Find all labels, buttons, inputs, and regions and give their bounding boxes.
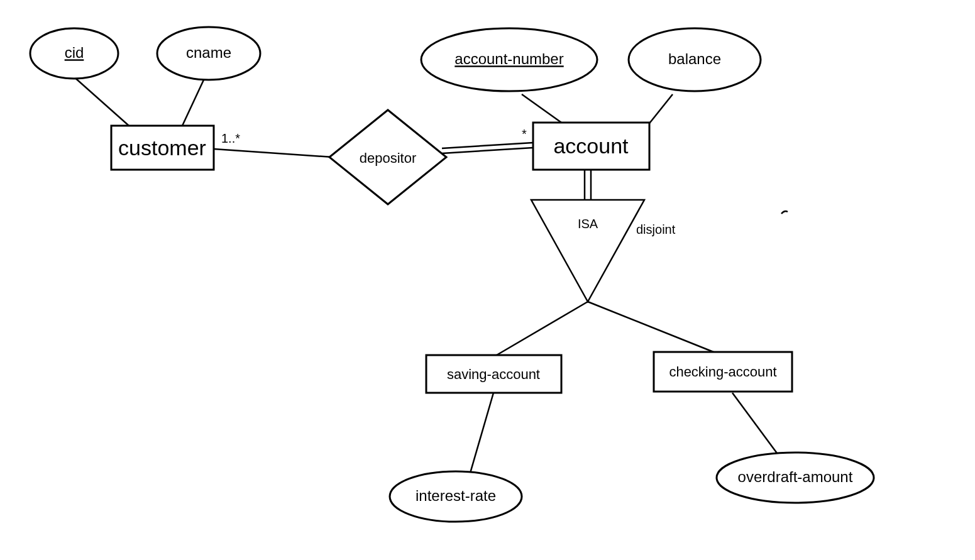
attr-balance-label: balance: [668, 50, 721, 67]
edge-accountnumber-account: [522, 94, 566, 126]
isa-triangle: [531, 200, 644, 302]
edge-isa-saving: [497, 302, 588, 355]
er-diagram: cid cname account-number balance interes…: [0, 0, 975, 560]
edge-depositor-account-2: [442, 148, 533, 153]
entity-checking-account-label: checking-account: [669, 364, 776, 380]
attr-cid-label: cid: [65, 44, 84, 61]
rel-depositor-label: depositor: [360, 150, 417, 166]
entity-customer-label: customer: [118, 136, 206, 160]
card-customer-depositor: 1..*: [221, 131, 240, 145]
attr-interest-rate-label: interest-rate: [416, 487, 496, 504]
edge-isa-checking: [588, 302, 713, 352]
edge-cname-customer: [182, 79, 204, 126]
attr-overdraft-amount-label: overdraft-amount: [738, 468, 853, 485]
edge-balance-account: [647, 94, 673, 126]
edge-customer-depositor: [214, 149, 333, 157]
disjoint-label: disjoint: [636, 222, 676, 236]
stray-mark: [781, 211, 788, 214]
entity-account-label: account: [553, 134, 629, 158]
card-account-depositor: *: [522, 127, 527, 141]
entity-saving-account-label: saving-account: [447, 366, 540, 382]
edge-depositor-account-1: [442, 143, 533, 148]
attr-cname-label: cname: [186, 44, 231, 61]
edge-cid-customer: [72, 75, 129, 126]
isa-label: ISA: [578, 217, 598, 231]
attr-account-number-label: account-number: [454, 50, 563, 67]
